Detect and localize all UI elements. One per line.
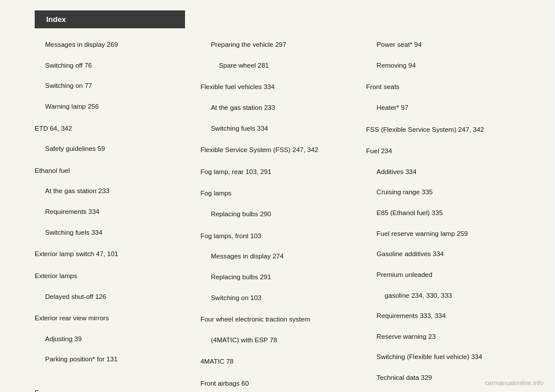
index-entry: Messages in display 269 [35,40,189,50]
index-entry: Front seats [366,82,520,93]
index-entry: Delayed shut-off 126 [35,292,189,302]
index-entry: E85 (Ethanol fuel) 335 [366,208,520,219]
index-entry: Warning lamp 256 [35,102,189,112]
index-entry: Fuel 234 [366,146,520,157]
index-entry: 4MATIC 78 [201,357,355,367]
index-entry: Exterior rear view mirrors [35,313,189,324]
index-entry: Exterior lamps [35,271,189,282]
index-entry: Four wheel electronic traction system [201,315,355,325]
index-entry: Requirements 334 [35,207,189,217]
index-entry: Replacing bulbs 290 [201,209,355,220]
index-entry: Switching fuels 334 [201,124,355,134]
index-entry: Parking position* for 131 [35,354,189,365]
index-entry: F [35,388,189,392]
index-entry: Reserve warning 23 [366,332,520,342]
index-entry: Ethanol fuel [35,166,189,176]
index-entry: Switching on 77 [35,81,189,91]
index-entry: FSS (Flexible Service System) 247, 342 [366,125,520,135]
content-area: Messages in display 269Switching off 76S… [0,28,555,392]
index-entry: Replacing bulbs 291 [201,272,355,283]
index-entry: Exterior lamp switch 47, 101 [35,249,189,260]
index-entry: Fuel reserve warning lamp 259 [366,229,520,239]
index-entry: Spare wheel 281 [201,61,355,71]
column-1: Messages in display 269Switching off 76S… [35,40,201,392]
index-entry: Additives 334 [366,167,520,177]
page: Index Messages in display 269Switching o… [0,0,555,392]
index-entry: Gasoline additives 334 [366,249,520,260]
index-entry: Switching fuels 334 [35,228,189,238]
index-entry: Fog lamps, front 103 [201,231,355,242]
index-entry: gasoline 234, 330, 333 [366,291,520,301]
index-entry: Requirements 333, 334 [366,311,520,321]
index-entry: Power seat* 94 [366,40,520,50]
index-entry: Messages in display 274 [201,252,355,262]
index-entry: At the gas station 233 [35,186,189,197]
watermark: carmanualonline.info [484,379,543,386]
index-entry: Heater* 97 [366,103,520,113]
index-entry: Fog lamps [201,188,355,199]
index-entry: Flexible fuel vehicles 334 [201,82,355,93]
index-entry: Cruising range 335 [366,187,520,198]
index-entry: Premium unleaded [366,270,520,280]
index-entry: Adjusting 39 [35,334,189,345]
index-entry: ETD 64, 342 [35,124,189,134]
index-entry: Flexible Service System (FSS) 247, 342 [201,145,355,156]
index-entry: Switching (Flexible fuel vehicle) 334 [366,352,520,363]
index-entry: Preparing the vehicle 297 [201,40,355,50]
column-3: Power seat* 94Removing 94Front seatsHeat… [366,40,520,392]
index-entry: At the gas station 233 [201,103,355,113]
index-entry: Switching on 103 [201,293,355,304]
index-entry: Switching off 76 [35,61,189,71]
index-entry: (4MATIC) with ESP 78 [201,335,355,346]
index-entry: Front airbags 60 [201,379,355,389]
index-entry: Removing 94 [366,61,520,71]
index-entry: Safety guidelines 59 [35,144,189,154]
index-entry: Fog lamp, rear 103, 291 [201,167,355,177]
index-header: Index [35,10,185,28]
column-2: Preparing the vehicle 297Spare wheel 281… [201,40,367,392]
